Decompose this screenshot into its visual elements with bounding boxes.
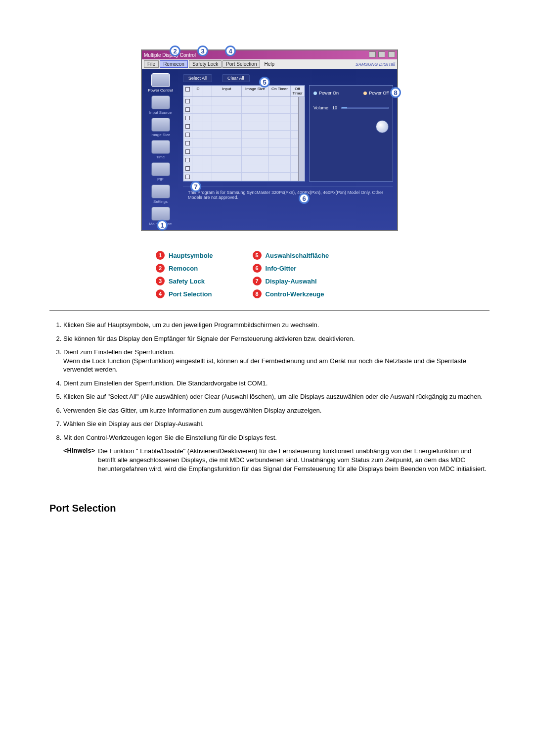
menubar: File Remocon Safety Lock Port Selection … [142, 59, 397, 69]
table-row[interactable] [183, 97, 299, 105]
legend-label: Hauptsymbole [169, 252, 213, 259]
sidebar-item-image-size[interactable]: Image Size [145, 118, 177, 137]
table-row[interactable] [183, 114, 299, 122]
callout-7: 7 [190, 181, 201, 192]
sidebar: Power Control Input Source Image Size Ti… [142, 69, 179, 230]
legend-item-5: 5 Auswahlschaltfläche [253, 251, 329, 260]
legend-badge: 2 [156, 264, 165, 273]
sidebar-item-label: Input Source [149, 110, 172, 115]
legend-label: Remocon [169, 265, 198, 272]
close-icon[interactable] [388, 51, 395, 57]
desc-item-7: Wählen Sie ein Display aus der Display-A… [63, 420, 490, 428]
grid-head-id: ID [192, 86, 203, 96]
sidebar-item-settings[interactable]: Settings [145, 185, 177, 204]
table-row[interactable] [183, 156, 299, 164]
legend-badge: 4 [156, 289, 165, 298]
desc-item-8: Mit den Control-Werkzeugen legen Sie die… [63, 433, 490, 442]
desc-item-3: Dient zum Einstellen der Sperrfunktion. … [63, 348, 490, 374]
menu-remocon[interactable]: Remocon [160, 60, 188, 68]
callout-3: 3 [197, 46, 208, 56]
time-icon [151, 140, 170, 154]
window-controls[interactable] [368, 51, 395, 59]
grid-head-input: Input [212, 86, 242, 96]
legend-label: Info-Gitter [266, 265, 297, 272]
sidebar-item-input-source[interactable]: Input Source [145, 95, 177, 115]
sidebar-item-label: Power Control [148, 88, 173, 93]
grid-head-offtimer: Off Timer [291, 86, 305, 96]
maximize-icon[interactable] [378, 51, 385, 57]
legend-item-2: 2 Remocon [156, 264, 213, 273]
desc-item-4: Dient zum Einstellen der Sperrfunktion. … [63, 379, 490, 388]
separator [49, 310, 490, 311]
menu-help[interactable]: Help [261, 61, 277, 67]
grid-head-star [203, 86, 212, 96]
callout-6: 6 [299, 193, 310, 204]
sidebar-item-label: Time [156, 155, 165, 159]
sidebar-item-label: Image Size [150, 133, 170, 137]
sidebar-item-time[interactable]: Time [145, 140, 177, 159]
legend-item-4: 4 Port Selection [156, 289, 213, 298]
callout-5: 5 [259, 77, 270, 88]
sidebar-item-pip[interactable]: PIP [145, 162, 177, 182]
menu-port-selection[interactable]: Port Selection [222, 60, 260, 68]
sidebar-item-label: PIP [157, 177, 164, 182]
hinweis-note: <Hinweis> Die Funktion " Enable/Disable"… [49, 447, 490, 473]
clear-all-button[interactable]: Clear All [222, 74, 250, 82]
select-all-button[interactable]: Select All [183, 74, 212, 82]
power-control-icon [151, 73, 170, 87]
legend-label: Display-Auswahl [266, 278, 317, 285]
desc-item-5: Klicken Sie auf "Select All" (Alle auswä… [63, 392, 490, 401]
maintenance-icon [151, 207, 170, 221]
table-row[interactable] [183, 173, 299, 181]
legend-item-1: 1 Hauptsymbole [156, 251, 213, 260]
table-row[interactable] [183, 164, 299, 173]
legend-item-7: 7 Display-Auswahl [253, 277, 329, 285]
menu-file[interactable]: File [144, 60, 159, 68]
callout-8: 8 [390, 87, 401, 98]
main-area: Select All Clear All ID Input Image Size… [179, 69, 397, 230]
callout-1: 1 [157, 220, 168, 231]
volume-label: Volume [313, 105, 328, 110]
desc-item-1: Klicken Sie auf Hauptsymbole, um zu den … [63, 321, 490, 330]
pip-icon [151, 162, 170, 176]
input-source-icon [151, 95, 170, 109]
table-row[interactable] [183, 139, 299, 147]
grid-body[interactable] [183, 97, 305, 181]
grid-head-checkbox[interactable] [183, 86, 192, 96]
legend-label: Auswahlschaltfläche [266, 252, 329, 259]
desc-item-6: Verwenden Sie das Gitter, um kurze Infor… [63, 406, 490, 415]
image-size-icon [151, 118, 170, 132]
table-row[interactable] [183, 122, 299, 131]
callout-4: 4 [225, 46, 236, 56]
legend-label: Safety Lock [169, 278, 205, 285]
callout-2: 2 [170, 46, 180, 56]
minimize-icon[interactable] [369, 51, 376, 57]
grid-header: ID Input Image Size On Timer Off Timer [183, 86, 305, 97]
legend-badge: 3 [156, 277, 165, 285]
legend-label: Control-Werkzeuge [266, 290, 324, 298]
menu-safety-lock[interactable]: Safety Lock [189, 60, 222, 68]
legend-item-3: 3 Safety Lock [156, 277, 213, 285]
hinweis-body: Die Funktion " Enable/Disable" (Aktivier… [98, 447, 490, 473]
table-row[interactable] [183, 105, 299, 114]
footer-note: This Program is for Samsung SyncMaster 3… [183, 187, 393, 203]
table-row[interactable] [183, 131, 299, 139]
control-panel: Power On Power Off Volume 10 [309, 85, 393, 182]
brand-text: SAMSUNG DIGITall [356, 62, 395, 67]
legend-badge: 8 [253, 289, 262, 298]
legend-badge: 6 [253, 264, 262, 273]
section-heading: Port Selection [49, 503, 490, 514]
sidebar-item-power-control[interactable]: Power Control [145, 73, 177, 93]
legend-item-6: 6 Info-Gitter [253, 264, 329, 273]
volume-slider[interactable] [341, 107, 389, 109]
volume-knob-icon[interactable] [376, 120, 389, 133]
grid-head-ontimer: On Timer [269, 86, 291, 96]
table-row[interactable] [183, 147, 299, 156]
settings-icon [151, 185, 170, 198]
hinweis-tag: <Hinweis> [63, 447, 95, 473]
volume-value: 10 [332, 105, 337, 110]
info-grid[interactable]: ID Input Image Size On Timer Off Timer [183, 85, 305, 182]
mdc-window: 2 3 4 5 6 7 8 1 Multiple Display Control… [141, 49, 398, 231]
power-on-button[interactable]: Power On [313, 91, 339, 95]
power-off-button[interactable]: Power Off [363, 91, 389, 95]
